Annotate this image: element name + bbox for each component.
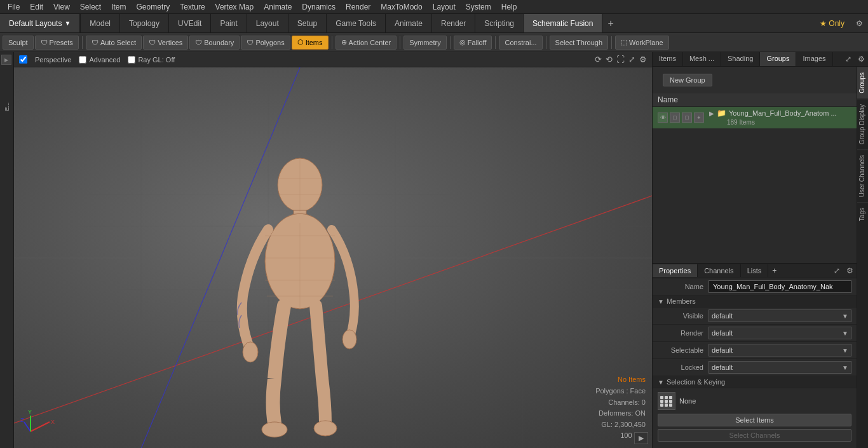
viewport-canvas: No Items Polygons : Face Channels: 0 Def… <box>14 67 652 448</box>
groups-list-header: Name <box>653 93 857 107</box>
panel-settings-icon[interactable]: ⚙ <box>855 52 868 66</box>
auto-select-button[interactable]: 🛡 Auto Select <box>86 36 142 50</box>
tab-layout[interactable]: Layout <box>247 14 288 32</box>
add-tab-button[interactable]: + <box>602 15 618 32</box>
props-visible-select[interactable]: default ▼ <box>709 309 851 322</box>
item-visibility-icon[interactable]: 👁 <box>658 112 668 123</box>
tab-items-list[interactable]: Items <box>653 52 683 66</box>
auto-select-icon: 🛡 <box>92 39 98 46</box>
selection-keying-section[interactable]: ▼ Selection & Keying <box>653 376 857 388</box>
item-add-icon[interactable]: + <box>694 112 704 123</box>
left-sidebar: ▶ Def... Dup... Mes... Ver... E... Po...… <box>0 52 14 448</box>
item-expand-icon[interactable]: ▶ <box>709 110 714 117</box>
menu-layout[interactable]: Layout <box>428 1 461 13</box>
props-expand-icon[interactable]: ⤢ <box>831 264 843 278</box>
sculpt-button[interactable]: Sculpt <box>3 36 34 50</box>
new-group-section: New Group <box>653 67 857 93</box>
menu-vertex-map[interactable]: Vertex Map <box>210 1 259 13</box>
viewport-rotate-icon[interactable]: ⟳ <box>595 55 602 64</box>
props-tab-lists[interactable]: Lists <box>741 264 769 277</box>
item-select-icon[interactable]: □ <box>682 112 692 123</box>
workplane-button[interactable]: ⬚ WorkPlane <box>615 36 669 50</box>
vtab-tags[interactable]: Tags <box>857 202 868 226</box>
select-channels-button[interactable]: Select Channels <box>658 429 851 442</box>
tab-schematic-fusion[interactable]: Schematic Fusion <box>524 14 602 32</box>
boundary-button[interactable]: 🛡 Boundary <box>189 36 240 50</box>
advanced-checkbox[interactable] <box>79 56 86 64</box>
raygl-checkbox[interactable] <box>128 56 135 64</box>
viewport-settings-icon[interactable]: ⚙ <box>639 55 647 64</box>
menu-view[interactable]: View <box>48 1 75 13</box>
props-name-input[interactable] <box>709 280 851 293</box>
menu-dynamics[interactable]: Dynamics <box>297 1 341 13</box>
tab-paint[interactable]: Paint <box>211 14 247 32</box>
viewport-raygl[interactable]: Ray GL: Off <box>128 56 175 64</box>
viewport-perspective[interactable]: Perspective <box>35 56 71 64</box>
vertices-button[interactable]: 🛡 Vertices <box>143 36 188 50</box>
viewport-fit-icon[interactable]: ⛶ <box>616 55 625 64</box>
viewport-zoom-icon[interactable]: ⟲ <box>606 55 613 64</box>
svg-line-9 <box>14 194 652 423</box>
layout-dropdown[interactable]: Default Layouts ▼ <box>0 14 80 32</box>
locked-dropdown-icon: ▼ <box>842 364 848 371</box>
groups-list-item[interactable]: 👁 □ □ + ▶ 📁 Young_Man_Full_Body_Anatom .… <box>653 107 857 129</box>
tab-scripting[interactable]: Scripting <box>475 14 524 32</box>
menu-file[interactable]: File <box>3 1 25 13</box>
tab-setup[interactable]: Setup <box>288 14 327 32</box>
select-items-button[interactable]: Select Items <box>658 414 851 426</box>
tab-images[interactable]: Images <box>796 52 832 66</box>
vtab-groups[interactable]: Groups <box>857 67 868 98</box>
tab-groups[interactable]: Groups <box>760 52 796 66</box>
symmetry-button[interactable]: Symmetry <box>403 36 447 50</box>
tab-topology[interactable]: Topology <box>120 14 169 32</box>
props-selectable-select[interactable]: default ▼ <box>709 344 851 356</box>
menu-render[interactable]: Render <box>341 1 376 13</box>
polygons-button[interactable]: 🛡 Polygons <box>241 36 290 50</box>
tab-shading[interactable]: Shading <box>721 52 760 66</box>
tab-animate[interactable]: Animate <box>386 14 432 32</box>
menu-select[interactable]: Select <box>75 1 106 13</box>
tab-render[interactable]: Render <box>432 14 475 32</box>
constrain-button[interactable]: Constrai... <box>499 36 542 50</box>
menu-maxtomodo[interactable]: MaxToModo <box>376 1 427 13</box>
presets-button[interactable]: 🛡 Presets <box>35 36 79 50</box>
settings-icon[interactable]: ⚙ <box>851 17 868 31</box>
props-locked-select[interactable]: default ▼ <box>709 361 851 374</box>
panel-expand-icon[interactable]: ⤢ <box>842 52 855 66</box>
menu-system[interactable]: System <box>461 1 496 13</box>
menu-edit[interactable]: Edit <box>25 1 48 13</box>
tab-mesh[interactable]: Mesh ... <box>683 52 721 66</box>
menu-animate[interactable]: Animate <box>259 1 297 13</box>
viewport[interactable]: No Items Polygons : Face Channels: 0 Def… <box>14 67 652 448</box>
only-label[interactable]: ★ Only <box>813 17 851 31</box>
sidebar-edges[interactable]: E... <box>4 94 10 112</box>
sidebar-top-icon[interactable]: ▶ <box>1 55 11 65</box>
falloff-button[interactable]: ◎ Falloff <box>454 36 492 50</box>
menu-help[interactable]: Help <box>496 1 522 13</box>
menu-texture[interactable]: Texture <box>175 1 210 13</box>
tab-gametools[interactable]: Game Tools <box>327 14 386 32</box>
viewport-checkbox[interactable] <box>19 55 27 64</box>
vtab-group-display[interactable]: Group Display <box>857 98 868 149</box>
props-render-select[interactable]: default ▼ <box>709 327 851 339</box>
menu-geometry[interactable]: Geometry <box>132 1 175 13</box>
items-button[interactable]: ⬡ Items <box>292 36 329 50</box>
props-settings-icon[interactable]: ⚙ <box>843 264 857 278</box>
expand-button[interactable]: ▶ <box>634 432 648 444</box>
viewport-advanced[interactable]: Advanced <box>79 56 120 64</box>
members-section[interactable]: ▼ Members <box>653 295 857 308</box>
sidebar-polygons[interactable]: Po... <box>0 94 1 112</box>
right-panel-main: New Group Name 👁 □ □ + ▶ <box>653 67 857 448</box>
vtab-user-channels[interactable]: User Channels <box>857 149 868 202</box>
action-center-button[interactable]: ⊕ Action Center <box>336 36 397 50</box>
props-tab-properties[interactable]: Properties <box>653 264 698 277</box>
viewport-expand-icon[interactable]: ⤢ <box>628 55 635 64</box>
tab-model[interactable]: Model <box>81 14 120 32</box>
menu-item[interactable]: Item <box>106 1 131 13</box>
select-through-button[interactable]: Select Through <box>550 36 608 50</box>
props-tab-channels[interactable]: Channels <box>698 264 740 277</box>
tab-uvedit[interactable]: UVEdit <box>169 14 211 32</box>
item-camera-icon[interactable]: □ <box>670 112 680 123</box>
props-add-tab-button[interactable]: + <box>768 264 780 278</box>
new-group-button[interactable]: New Group <box>663 74 712 86</box>
